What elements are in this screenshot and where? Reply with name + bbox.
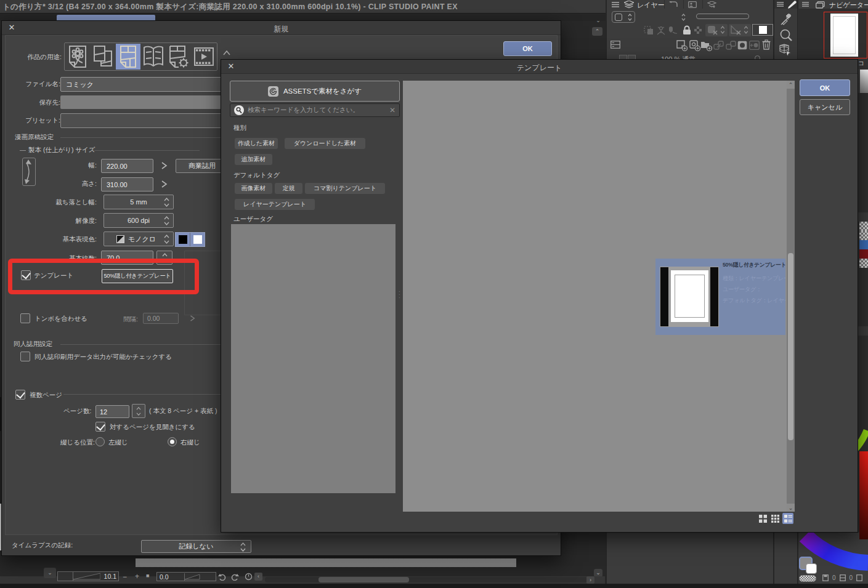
pin-icon[interactable] [667, 26, 678, 35]
bleed-stepper[interactable]: 5 mm [103, 195, 174, 209]
view-small-grid-button[interactable] [770, 513, 780, 523]
navigator-view-frame[interactable] [824, 12, 867, 58]
chevron-left-button[interactable]: ‹ [254, 573, 262, 581]
zoom-slider-cell[interactable] [58, 572, 73, 581]
spacing-input[interactable]: 0.00 [143, 313, 179, 324]
multi-page-checkbox[interactable] [15, 390, 25, 400]
zoom-tool-icon[interactable] [780, 29, 792, 41]
binding-left-radio[interactable] [95, 437, 105, 446]
resolution-stepper[interactable]: 600 dpi [103, 213, 174, 228]
clip-to-layer-icon[interactable] [644, 26, 654, 35]
view-list-button[interactable] [782, 513, 793, 524]
eyedropper-icon[interactable] [781, 13, 792, 25]
navigator-zoom-slider[interactable] [860, 70, 868, 93]
new-ok-button[interactable]: OK [503, 41, 552, 56]
usage-all-comic-settings-button[interactable] [166, 44, 191, 70]
template-ok-button[interactable]: OK [800, 79, 850, 96]
apply-mask-icon[interactable] [749, 41, 760, 50]
horizontal-scrollbar-track[interactable] [265, 577, 587, 582]
width-expand-chevron[interactable] [160, 161, 168, 170]
tag-ruler[interactable]: 定規 [275, 183, 302, 194]
height-expand-chevron[interactable] [160, 180, 168, 188]
layers-icon[interactable] [624, 1, 634, 9]
scrollbar-thumb[interactable] [788, 253, 793, 440]
color-swatch-transparent[interactable] [859, 222, 868, 231]
tag-image-material[interactable]: 画像素材 [235, 183, 272, 194]
page-count-input[interactable]: 12 [95, 405, 129, 418]
tab-layer-property[interactable] [702, 0, 720, 9]
black-swatch-cell[interactable] [176, 233, 190, 246]
navigator-preview[interactable] [798, 9, 868, 59]
spread-checkbox[interactable] [95, 422, 105, 432]
scroll-right-button[interactable]: › [586, 576, 594, 584]
scroll-up-button[interactable]: ⌃ [787, 81, 795, 89]
white-swatch-cell[interactable] [190, 233, 205, 246]
view-large-grid-button[interactable] [758, 513, 768, 523]
tag-created-materials[interactable]: 作成した素材 [235, 138, 278, 149]
tombo-checkbox[interactable] [20, 313, 30, 323]
color-swatch-darkred[interactable] [859, 249, 868, 259]
width-input[interactable]: 220.00 [101, 159, 153, 173]
lock-icon[interactable] [683, 25, 691, 35]
color-mode-select[interactable]: モノクロ [103, 232, 174, 246]
scroll-down-button[interactable]: ⌄ [787, 504, 795, 512]
menu-icon[interactable] [777, 2, 784, 7]
user-tag-list[interactable] [231, 224, 395, 493]
tag-downloaded-materials[interactable]: ダウンロードした素材 [285, 138, 365, 149]
fit-to-window-button[interactable]: ■ [146, 573, 149, 579]
splitter-handle[interactable]: ∙∙∙ [399, 290, 401, 302]
new-layer-settings-icon[interactable] [689, 40, 700, 51]
sv-square-red[interactable] [859, 451, 868, 539]
blend-mode-select[interactable] [612, 11, 635, 23]
new-layer-icon[interactable] [676, 40, 688, 51]
zoom-slider[interactable]: 10.1 [57, 571, 119, 581]
layer-color-swatch[interactable] [752, 24, 773, 36]
mask-create-icon[interactable] [737, 41, 747, 50]
usage-webtoon-button[interactable] [91, 44, 116, 70]
tag-additional-materials[interactable]: 追加素材 [235, 154, 272, 165]
color-swatch-transparent[interactable] [859, 259, 868, 268]
color-swatch-transparent[interactable] [859, 231, 868, 240]
template-list-scrollbar[interactable]: ⌃ ⌄ [787, 81, 795, 512]
binding-right-radio[interactable] [168, 437, 177, 446]
3d-object-tool-icon[interactable] [779, 44, 792, 56]
transparent-color-button[interactable] [799, 575, 816, 582]
opacity-updown-icon[interactable] [681, 14, 686, 21]
collapse-chevron-icon[interactable] [223, 50, 230, 56]
template-search-field[interactable]: 検索キーワードを入力してください。 ✕ [230, 103, 400, 117]
swap-width-height-button[interactable] [22, 158, 36, 186]
menu-icon[interactable] [612, 2, 619, 7]
save-icon[interactable] [822, 574, 829, 581]
doujin-checkbox[interactable] [20, 352, 30, 361]
opacity-slider[interactable] [696, 14, 749, 19]
usage-spread-button[interactable] [140, 44, 166, 70]
timelapse-select[interactable]: 記録しない [141, 540, 251, 553]
usage-animation-button[interactable] [191, 44, 216, 70]
chevron-down-icon[interactable]: ⌄ [593, 16, 604, 25]
search-assets-button[interactable]: ASSETSで素材をさがす [230, 81, 400, 102]
zoom-in-button[interactable]: + [135, 573, 139, 580]
clear-search-icon[interactable]: ✕ [389, 106, 395, 115]
tab-layer-comment[interactable] [683, 0, 701, 9]
chevron-down-icon[interactable]: ⌄ [44, 568, 56, 578]
tab-layer-history[interactable] [664, 0, 682, 9]
trash-icon[interactable] [762, 39, 771, 50]
transfer-layer-icon[interactable] [713, 41, 724, 50]
template-cancel-button[interactable]: キャンセル [800, 99, 850, 115]
menu-icon[interactable] [802, 2, 809, 7]
undo-icon[interactable] [218, 573, 227, 581]
material-icon[interactable] [856, 574, 862, 581]
background-color-swatch[interactable] [806, 563, 817, 574]
horizontal-scrollbar-thumb[interactable] [318, 577, 409, 582]
light-table-icon[interactable] [656, 26, 666, 35]
page-count-stepper[interactable] [132, 404, 145, 418]
mask-toggle-group[interactable] [705, 24, 728, 36]
redo-icon[interactable] [230, 573, 239, 581]
layer-list-icon[interactable] [610, 41, 620, 49]
tag-layer-template[interactable]: レイヤーテンプレート [235, 199, 315, 210]
new-folder-icon[interactable] [700, 40, 712, 51]
template-item-selected[interactable]: 50%隠し付きテンプレート 種類：レイヤーテンプレー ユーザータグ： デフォルト… [655, 259, 785, 335]
reset-rotation-icon[interactable] [245, 573, 253, 581]
windows-icon[interactable] [816, 1, 825, 9]
lock-transparent-icon[interactable] [694, 26, 703, 35]
